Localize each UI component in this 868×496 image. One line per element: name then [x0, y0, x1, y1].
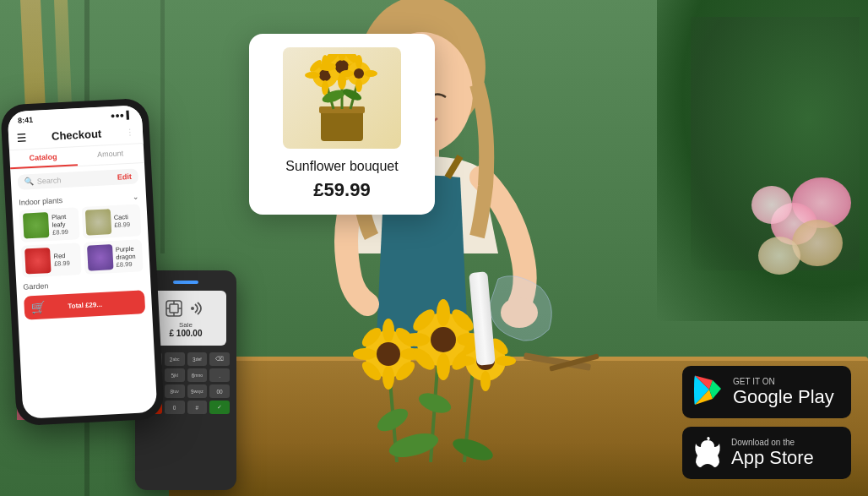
product-name: Sunflower bouquet [263, 159, 421, 174]
key-5[interactable]: 5jkl [165, 368, 185, 382]
svg-point-47 [322, 80, 328, 95]
product-item-price-4: £8.99 [116, 259, 139, 268]
svg-point-10 [377, 342, 400, 366]
product-item-img-2 [84, 209, 111, 236]
key-9[interactable]: 9wxyz [187, 384, 208, 398]
svg-point-64 [340, 70, 354, 77]
google-play-text: GET IT ON Google Play [733, 377, 834, 407]
phone-footer[interactable]: 🛒 Total £29... [24, 290, 145, 319]
key-3[interactable]: 3def [187, 352, 208, 366]
app-badges: GET IT ON Google Play Download on the Ap… [682, 366, 851, 479]
product-item-info-1: Plant leafy £8.99 [52, 212, 76, 236]
key-confirm[interactable]: ✓ [209, 401, 230, 414]
app-store-text: Download on the App Store [731, 438, 814, 468]
phone-signal: ●●● ▌ [111, 111, 133, 120]
google-play-icon [694, 374, 723, 411]
product-item-3[interactable]: Red £8.99 [21, 243, 81, 278]
phone-screen: 8:41 ●●● ▌ ☰ Checkout ⋮ Catalog Amount 🔍… [8, 105, 158, 419]
phone-header-title: Checkout [52, 128, 102, 143]
svg-point-23 [403, 333, 430, 346]
key-back[interactable]: ⌫ [209, 352, 230, 366]
flower-cream-2 [758, 237, 800, 275]
phone-product-grid: Plant leafy £8.99 Cacti £8.99 Red £8.99 [13, 204, 150, 278]
svg-point-34 [496, 356, 516, 366]
svg-point-62 [355, 55, 362, 68]
contactless-icon [188, 299, 207, 318]
apple-logo [694, 435, 721, 467]
product-item-info-3: Red £8.99 [53, 251, 77, 267]
product-item-2[interactable]: Cacti £8.99 [81, 204, 141, 239]
product-item-price-2: £8.99 [114, 221, 138, 229]
shelf-post-2 [160, 0, 165, 253]
product-item-img-3 [24, 248, 52, 275]
product-image [283, 47, 401, 149]
key-8[interactable]: 8tuv [165, 384, 185, 398]
key-hash[interactable]: # [187, 401, 208, 414]
svg-point-13 [353, 348, 377, 360]
key-0[interactable]: 0 [165, 401, 185, 414]
phone-search-text: Search [37, 173, 114, 186]
svg-point-38 [450, 434, 496, 462]
play-store-logo [694, 374, 723, 406]
tab-catalog[interactable]: Catalog [9, 147, 78, 169]
phone-time: 8:41 [18, 116, 34, 125]
svg-point-33 [455, 356, 475, 366]
product-item-info-4: Purple dragon £8.99 [116, 244, 140, 268]
phone-mockup: 8:41 ●●● ▌ ☰ Checkout ⋮ Catalog Amount 🔍… [0, 98, 165, 427]
key-00[interactable]: 00 [209, 384, 230, 398]
product-card: Sunflower bouquet £59.99 [249, 34, 435, 215]
phone-header-spacer: ⋮ [126, 128, 135, 138]
product-item-name-4: Purple dragon [116, 244, 139, 260]
phone-search-bar: 🔍 Search Edit [17, 168, 138, 189]
chip-icon [165, 299, 183, 318]
app-store-badge[interactable]: Download on the App Store [682, 427, 851, 479]
product-item-img-1 [23, 212, 50, 239]
svg-point-74 [191, 307, 194, 310]
tab-amount[interactable]: Amount [76, 144, 144, 166]
svg-point-11 [382, 319, 394, 342]
cart-spacer [125, 303, 138, 303]
category-toggle[interactable]: ⌄ [133, 192, 140, 200]
svg-point-12 [382, 366, 394, 390]
product-image-svg [291, 54, 393, 143]
svg-point-20 [431, 327, 456, 352]
flower-pink-3 [751, 186, 792, 224]
product-item-price-1: £8.99 [52, 227, 76, 236]
svg-point-65 [364, 70, 377, 77]
google-play-badge[interactable]: GET IT ON Google Play [682, 366, 851, 418]
product-item-1[interactable]: Plant leafy £8.99 [19, 207, 79, 243]
key-2[interactable]: 2abc [165, 352, 185, 366]
svg-point-48 [305, 72, 320, 79]
svg-point-56 [319, 63, 336, 71]
product-item-name-1: Plant leafy [52, 212, 75, 228]
edit-button[interactable]: Edit [117, 172, 133, 182]
svg-point-21 [437, 299, 450, 326]
google-play-large-text: Google Play [733, 387, 834, 407]
app-store-icon [694, 435, 721, 471]
product-item-img-4 [86, 244, 113, 271]
svg-point-61 [354, 68, 364, 79]
product-item-info-2: Cacti £8.99 [114, 213, 138, 229]
sunflowers-table [329, 293, 574, 462]
reader-light [173, 281, 198, 284]
cart-icon: 🛒 [30, 300, 46, 314]
svg-rect-39 [321, 109, 363, 141]
search-icon: 🔍 [24, 177, 35, 187]
key-dot[interactable]: . [209, 368, 230, 382]
menu-icon[interactable]: ☰ [17, 131, 28, 144]
product-item-4[interactable]: Purple dragon £8.99 [83, 239, 143, 275]
app-store-large-text: App Store [731, 448, 814, 468]
reader-amount: £ 100.00 [170, 329, 203, 338]
svg-point-32 [480, 371, 491, 391]
phone-footer-wrap: 🛒 Total £29... [17, 290, 152, 320]
category-name: Indoor plants [19, 196, 62, 207]
product-price: £59.99 [263, 179, 421, 201]
svg-rect-69 [170, 304, 178, 313]
key-6[interactable]: 6mno [187, 368, 208, 382]
svg-point-63 [355, 79, 362, 92]
cart-total: Total £29... [68, 300, 102, 309]
svg-point-22 [437, 353, 450, 380]
reader-icons [165, 299, 207, 318]
reader-sale-label: Sale [179, 321, 193, 329]
product-item-price-3: £8.99 [54, 259, 78, 267]
